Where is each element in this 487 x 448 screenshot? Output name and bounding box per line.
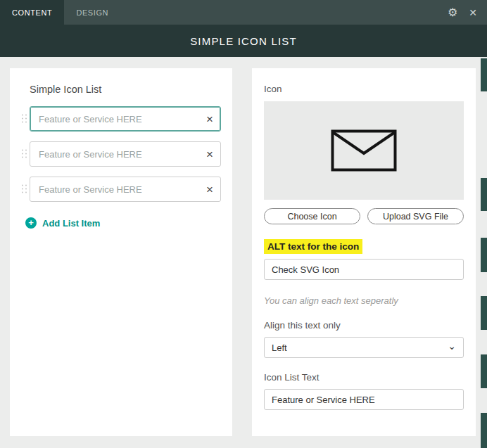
align-note: You can align each text seperatly bbox=[264, 295, 464, 306]
plus-icon: + bbox=[25, 217, 37, 229]
title-bar: SIMPLE ICON LIST bbox=[0, 25, 487, 57]
icon-section-label: Icon bbox=[264, 84, 464, 94]
tab-content[interactable]: CONTENT bbox=[0, 0, 64, 25]
page-edge-strip bbox=[481, 178, 487, 211]
list-item-input-2[interactable] bbox=[37, 148, 202, 160]
close-icon[interactable]: ✕ bbox=[469, 8, 477, 18]
remove-item-icon[interactable]: × bbox=[202, 184, 213, 196]
drag-handle-icon[interactable] bbox=[22, 185, 27, 194]
list-item: × bbox=[30, 177, 221, 202]
icon-list-text-label: Icon List Text bbox=[264, 372, 464, 383]
envelope-icon bbox=[331, 129, 397, 172]
remove-item-icon[interactable]: × bbox=[202, 148, 213, 160]
remove-item-icon[interactable]: × bbox=[202, 113, 213, 125]
icon-list-text-input[interactable] bbox=[264, 389, 464, 410]
list-item: × bbox=[30, 106, 221, 132]
page-edge-strip bbox=[481, 296, 487, 330]
tab-design-label: DESIGN bbox=[76, 8, 108, 17]
window-actions: ⚙ ✕ bbox=[448, 0, 487, 25]
drag-handle-icon[interactable] bbox=[22, 150, 27, 159]
upload-svg-button[interactable]: Upload SVG File bbox=[367, 208, 464, 224]
drag-handle-icon[interactable] bbox=[22, 115, 27, 124]
tab-bar: CONTENT DESIGN ⚙ ✕ bbox=[0, 0, 487, 25]
alt-text-label: ALT text for the icon bbox=[264, 239, 362, 254]
page-edge-strip bbox=[481, 413, 487, 448]
icon-settings-panel: Icon Choose Icon Upload SVG File ALT tex… bbox=[252, 68, 476, 436]
alt-text-input[interactable] bbox=[264, 259, 464, 280]
icon-preview-box bbox=[264, 101, 464, 200]
choose-icon-button[interactable]: Choose Icon bbox=[264, 208, 360, 224]
add-list-item-label: Add List Item bbox=[42, 218, 100, 229]
page-edge-strip bbox=[481, 354, 487, 388]
page-title: SIMPLE ICON LIST bbox=[190, 35, 297, 47]
tab-content-label: CONTENT bbox=[12, 8, 52, 17]
alt-text-label-row: ALT text for the icon bbox=[264, 240, 464, 252]
gear-icon[interactable]: ⚙ bbox=[448, 7, 457, 18]
list-panel-heading: Simple Icon List bbox=[30, 84, 221, 95]
align-label: Align this text only bbox=[264, 320, 464, 331]
list-item: × bbox=[30, 141, 221, 167]
align-select-value: Left bbox=[272, 343, 287, 353]
list-panel: Simple Icon List × × bbox=[10, 68, 232, 436]
page-edge-strip bbox=[481, 58, 487, 91]
chevron-down-icon: ⌄ bbox=[448, 341, 456, 351]
icon-buttons-row: Choose Icon Upload SVG File bbox=[264, 208, 464, 224]
align-select[interactable]: Left ⌄ bbox=[264, 337, 464, 358]
page-edge-strip bbox=[481, 238, 487, 272]
add-list-item-button[interactable]: + Add List Item bbox=[25, 217, 100, 229]
list-item-input-3[interactable] bbox=[37, 184, 202, 196]
list-item-input-1[interactable] bbox=[37, 113, 202, 125]
widget-editor-window: CONTENT DESIGN ⚙ ✕ SIMPLE ICON LIST Simp… bbox=[0, 0, 487, 448]
tab-design[interactable]: DESIGN bbox=[64, 0, 120, 25]
